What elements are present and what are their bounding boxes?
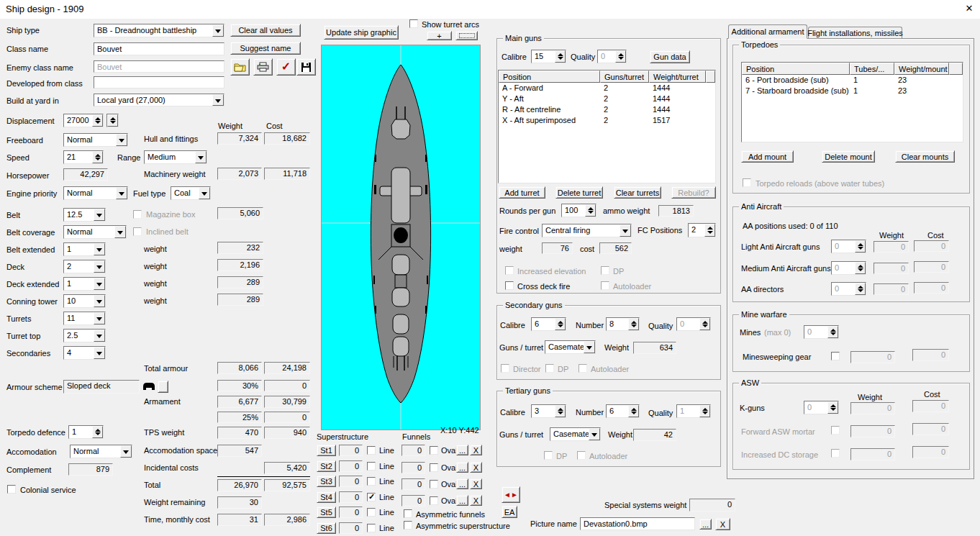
spinner-arrows-icon[interactable] [92,151,103,163]
chevron-down-icon[interactable] [94,278,105,290]
kguns-spinner[interactable]: 0 [804,401,839,414]
st3-button[interactable]: St3 [317,476,336,487]
chevron-down-icon[interactable] [120,445,132,458]
funnel4-oval-checkbox[interactable] [430,496,438,505]
chevron-down-icon[interactable] [212,94,224,106]
spinner-arrows-icon[interactable] [555,405,566,417]
delete-mount-button[interactable]: Delete mount [822,150,875,163]
spinner-arrows-icon[interactable] [699,318,710,330]
spinner-arrows-icon[interactable] [628,318,639,330]
belt-select[interactable]: 12.5 [63,208,106,222]
st5-button[interactable]: St5 [317,507,336,518]
funnel3-browse-button[interactable]: ... [456,478,468,489]
build-yard-select[interactable]: Local yard (27,000) [94,94,224,106]
chevron-down-icon[interactable] [620,224,631,237]
picture-name-input[interactable]: Devastation0.bmp [580,517,695,530]
class-name-input[interactable]: Bouvet [94,42,224,55]
ship-graphic-canvas[interactable] [321,45,481,430]
add-turret-button[interactable]: Add turret [499,186,545,199]
chevron-down-icon[interactable] [94,330,105,342]
belt-extended-select[interactable]: 1 [63,242,106,256]
light-aa-spinner[interactable]: 0 [831,240,866,253]
close-icon[interactable]: ✕ [963,3,976,16]
minesweeping-checkbox[interactable] [831,352,840,360]
fire-control-select[interactable]: Central firing [542,224,632,237]
table-row[interactable]: A - Forward 2 1444 [499,83,715,94]
spinner-arrows-icon[interactable] [107,114,118,127]
st1-line-checkbox[interactable] [367,446,376,455]
freeboard-select[interactable]: Normal [63,133,128,147]
delete-turret-button[interactable]: Delete turret [555,186,603,199]
chevron-down-icon[interactable] [94,312,105,324]
range-select[interactable]: Medium [144,150,207,164]
sg-number-spinner[interactable]: 8 [606,317,640,331]
torp-col-weight[interactable]: Weight/mount [894,63,949,75]
mines-spinner[interactable]: 0 [804,325,839,339]
tab-flight-installations[interactable]: Flight installations, missiles [808,27,902,38]
funnel3-delete-button[interactable]: X [470,478,482,489]
spinner-arrows-icon[interactable] [855,240,866,253]
chevron-down-icon[interactable] [114,226,126,238]
flip-ship-button[interactable]: ◄► [502,486,520,503]
torpedoes-table[interactable]: Position Tubes/... Weight/mount 6 - Port… [741,62,963,142]
chevron-down-icon[interactable] [94,347,105,359]
spinner-arrows-icon[interactable] [855,283,866,295]
tg-calibre-spinner[interactable]: 3 [531,404,566,418]
mg-col-guns[interactable]: Guns/turret [600,71,649,83]
spinner-arrows-icon[interactable] [827,326,838,338]
turrets-select[interactable]: 11 [63,312,106,325]
st6-line-checkbox[interactable] [367,524,376,532]
engine-priority-select[interactable]: Normal [63,186,128,200]
suggest-name-button[interactable]: Suggest name [230,42,301,55]
chevron-down-icon[interactable] [94,243,105,255]
chevron-down-icon[interactable] [94,209,105,221]
funnel4-browse-button[interactable]: ... [456,495,468,506]
st4-line-checkbox[interactable] [367,493,376,501]
belt-coverage-select[interactable]: Normal [63,225,127,239]
armour-scheme-button[interactable] [158,381,168,393]
table-row[interactable]: X - Aft superimposed 2 1517 [499,115,715,126]
tg-number-spinner[interactable]: 6 [606,404,640,418]
mg-calibre-spinner[interactable]: 15 [531,50,566,63]
medium-aa-spinner[interactable]: 0 [831,261,866,275]
chevron-down-icon[interactable] [116,134,127,146]
torp-col-position[interactable]: Position [742,63,850,75]
funnel2-oval-checkbox[interactable] [430,463,438,472]
st5-line-checkbox[interactable] [367,508,376,517]
colonial-service-checkbox[interactable] [7,485,16,494]
funnel1-oval-checkbox[interactable] [430,446,438,455]
clear-mounts-button[interactable]: Clear mounts [895,150,955,163]
tg-quality-spinner[interactable]: 1 [676,404,711,418]
funnel4-delete-button[interactable]: X [470,495,482,506]
displacement-spinner[interactable]: 27000 [63,114,104,127]
update-ship-graphic-button[interactable]: Update ship graphic [324,25,399,40]
secondaries-select[interactable]: 4 [63,346,106,360]
spinner-arrows-icon[interactable] [92,114,103,127]
sg-quality-spinner[interactable]: 0 [676,317,711,331]
funnel2-delete-button[interactable]: X [470,462,482,473]
mg-quality-spinner[interactable]: 0 [597,50,627,63]
turret-top-select[interactable]: 2.5 [63,329,106,342]
st2-line-checkbox[interactable] [367,462,376,471]
spinner-arrows-icon[interactable] [615,50,626,63]
spinner-arrows-icon[interactable] [628,405,639,417]
cross-deck-fire-checkbox[interactable] [505,281,514,290]
picture-browse-button[interactable]: ... [699,519,712,530]
show-turret-arcs-checkbox[interactable] [409,19,418,28]
ship-type-select[interactable]: BB - Dreadnought battleship [94,24,224,37]
open-file-button[interactable] [230,58,250,76]
chevron-down-icon[interactable] [94,295,105,307]
torp-col-tubes[interactable]: Tubes/... [850,63,894,75]
funnel1-browse-button[interactable]: ... [456,445,468,455]
chevron-down-icon[interactable] [94,260,105,273]
clear-all-values-button[interactable]: Clear all values [230,24,301,37]
enemy-class-input[interactable]: Bouvet [94,60,224,73]
chevron-down-icon[interactable] [195,151,207,163]
spinner-arrows-icon[interactable] [827,401,838,414]
validate-button[interactable]: ✓ [276,58,296,76]
deck-extended-select[interactable]: 1 [63,277,106,291]
mg-col-weight[interactable]: Weight/turret [649,71,706,83]
conning-tower-select[interactable]: 10 [63,294,106,308]
zoom-in-button[interactable]: + [427,31,452,40]
save-button[interactable] [296,58,316,76]
